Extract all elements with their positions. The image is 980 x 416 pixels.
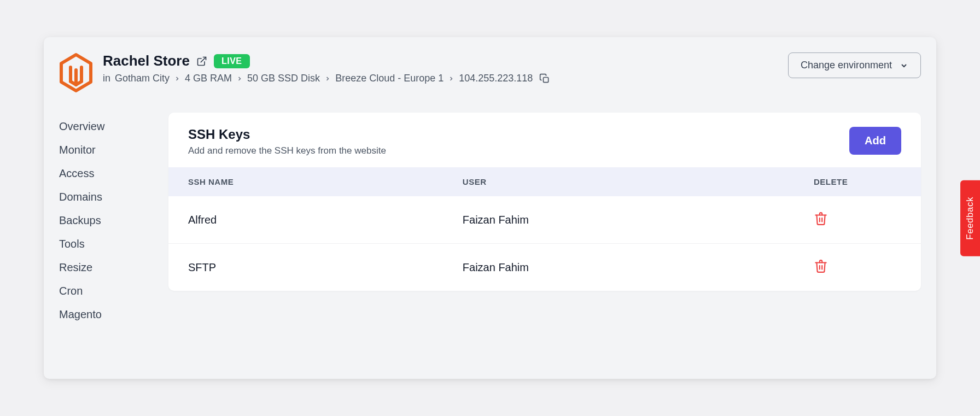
breadcrumb-item: 104.255.223.118	[459, 73, 533, 84]
feedback-tab[interactable]: Feedback	[960, 180, 980, 256]
trash-icon[interactable]	[814, 259, 828, 273]
table-row: SFTP Faizan Fahim	[168, 244, 921, 291]
cell-user: Faizan Fahim	[463, 261, 792, 274]
cell-user: Faizan Fahim	[463, 214, 792, 226]
copy-icon[interactable]	[539, 73, 550, 84]
breadcrumb-prefix: in	[103, 73, 110, 84]
table-head: SSH NAME USER DELETE	[168, 167, 921, 196]
main-panel: Rachel Store LIVE in Gotham City 4 GB	[44, 37, 936, 379]
card-subtitle: Add and remove the SSH keys from the web…	[188, 145, 386, 156]
external-link-icon[interactable]	[196, 56, 207, 67]
title-line: Rachel Store LIVE	[103, 52, 550, 69]
chevron-down-icon	[900, 61, 908, 70]
sidebar-item-backups[interactable]: Backups	[59, 209, 147, 232]
card-title: SSH Keys	[188, 127, 386, 142]
header-row: Rachel Store LIVE in Gotham City 4 GB	[59, 52, 921, 93]
breadcrumb-item: 50 GB SSD Disk	[247, 73, 320, 84]
change-environment-button[interactable]: Change environment	[788, 52, 921, 78]
table-row: Alfred Faizan Fahim	[168, 196, 921, 244]
cell-ssh-name: SFTP	[188, 261, 463, 274]
breadcrumb: in Gotham City 4 GB RAM 50 GB SSD Disk B…	[103, 73, 550, 84]
sidebar-item-magento[interactable]: Magento	[59, 303, 147, 326]
breadcrumb-item: Gotham City	[115, 73, 170, 84]
sidebar-item-domains[interactable]: Domains	[59, 185, 147, 209]
store-title: Rachel Store	[103, 52, 190, 69]
card-header-text: SSH Keys Add and remove the SSH keys fro…	[188, 127, 386, 156]
title-block: Rachel Store LIVE in Gotham City 4 GB	[103, 52, 550, 84]
svg-line-2	[201, 57, 206, 62]
cell-ssh-name: Alfred	[188, 214, 463, 226]
header-left: Rachel Store LIVE in Gotham City 4 GB	[59, 52, 550, 93]
ssh-keys-card: SSH Keys Add and remove the SSH keys fro…	[168, 113, 921, 291]
sidebar-item-tools[interactable]: Tools	[59, 232, 147, 256]
breadcrumb-item: 4 GB RAM	[185, 73, 232, 84]
breadcrumb-item: Breeze Cloud - Europe 1	[335, 73, 444, 84]
chevron-right-icon	[174, 75, 180, 82]
sidebar-item-access[interactable]: Access	[59, 162, 147, 185]
change-environment-label: Change environment	[801, 60, 892, 71]
chevron-right-icon	[324, 75, 331, 82]
card-header: SSH Keys Add and remove the SSH keys fro…	[168, 113, 921, 167]
chevron-right-icon	[448, 75, 454, 82]
svg-rect-3	[544, 77, 549, 82]
sidebar-item-monitor[interactable]: Monitor	[59, 138, 147, 162]
live-badge: LIVE	[214, 54, 250, 68]
trash-icon[interactable]	[814, 212, 828, 226]
sidebar: Overview Monitor Access Domains Backups …	[59, 113, 147, 326]
body-row: Overview Monitor Access Domains Backups …	[59, 113, 921, 326]
magento-logo-icon	[59, 52, 93, 93]
col-ssh-name: SSH NAME	[188, 177, 463, 186]
col-user: USER	[463, 177, 792, 186]
sidebar-item-cron[interactable]: Cron	[59, 279, 147, 303]
chevron-right-icon	[236, 75, 243, 82]
sidebar-item-resize[interactable]: Resize	[59, 256, 147, 279]
add-button[interactable]: Add	[849, 127, 901, 155]
col-delete: DELETE	[792, 177, 901, 186]
sidebar-item-overview[interactable]: Overview	[59, 115, 147, 138]
